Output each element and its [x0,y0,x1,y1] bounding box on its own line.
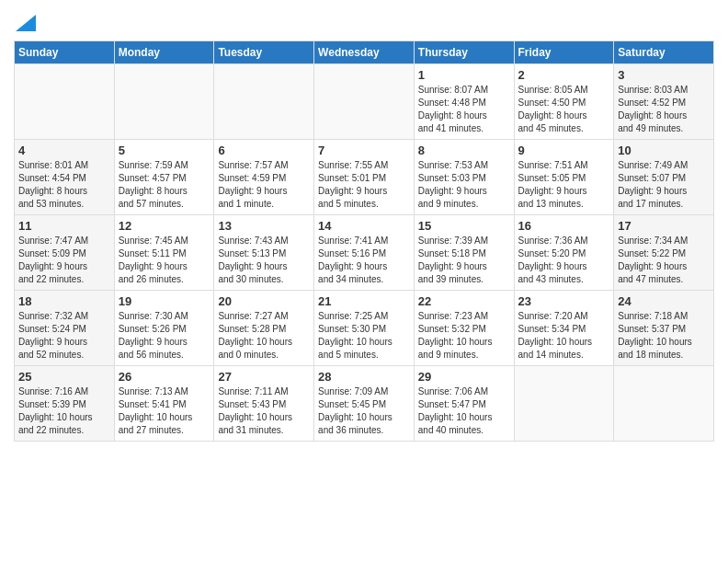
calendar-cell: 28Sunrise: 7:09 AMSunset: 5:45 PMDayligh… [314,366,415,442]
day-info: Sunrise: 7:41 AMSunset: 5:16 PMDaylight:… [318,235,410,286]
calendar-table: SundayMondayTuesdayWednesdayThursdayFrid… [14,40,714,442]
calendar-cell: 14Sunrise: 7:41 AMSunset: 5:16 PMDayligh… [314,215,415,291]
day-header-thursday: Thursday [414,41,514,64]
day-info: Sunrise: 7:16 AMSunset: 5:39 PMDaylight:… [18,385,110,437]
header [14,9,714,33]
day-info: Sunrise: 7:43 AMSunset: 5:13 PMDaylight:… [218,235,310,286]
calendar-cell: 27Sunrise: 7:11 AMSunset: 5:43 PMDayligh… [214,366,314,442]
calendar-header-row: SundayMondayTuesdayWednesdayThursdayFrid… [15,41,714,64]
calendar-week-2: 11Sunrise: 7:47 AMSunset: 5:09 PMDayligh… [15,215,714,291]
day-number: 11 [18,219,110,233]
calendar-cell [514,366,614,442]
day-header-monday: Monday [114,41,214,64]
day-header-saturday: Saturday [614,41,714,64]
day-info: Sunrise: 7:32 AMSunset: 5:24 PMDaylight:… [18,310,110,362]
calendar-cell: 10Sunrise: 7:49 AMSunset: 5:07 PMDayligh… [614,140,714,215]
calendar-cell: 19Sunrise: 7:30 AMSunset: 5:26 PMDayligh… [114,291,214,366]
day-number: 10 [618,144,710,157]
day-number: 22 [418,294,510,308]
svg-marker-0 [16,15,36,31]
calendar-cell [114,64,214,140]
calendar-cell: 24Sunrise: 7:18 AMSunset: 5:37 PMDayligh… [614,291,714,366]
calendar-cell: 7Sunrise: 7:55 AMSunset: 5:01 PMDaylight… [314,140,415,215]
day-info: Sunrise: 8:05 AMSunset: 4:50 PMDaylight:… [518,84,610,135]
calendar-week-3: 18Sunrise: 7:32 AMSunset: 5:24 PMDayligh… [15,291,714,366]
day-number: 2 [518,68,610,82]
calendar-cell [15,64,115,140]
day-number: 13 [218,219,310,233]
day-info: Sunrise: 7:36 AMSunset: 5:20 PMDaylight:… [518,235,610,286]
day-header-friday: Friday [514,41,614,64]
day-info: Sunrise: 7:20 AMSunset: 5:34 PMDaylight:… [518,310,610,362]
day-number: 28 [318,370,410,384]
calendar-cell: 9Sunrise: 7:51 AMSunset: 5:05 PMDaylight… [514,140,614,215]
day-number: 23 [518,294,610,308]
calendar-cell: 15Sunrise: 7:39 AMSunset: 5:18 PMDayligh… [414,215,514,291]
day-number: 29 [418,370,510,384]
calendar-cell: 23Sunrise: 7:20 AMSunset: 5:34 PMDayligh… [514,291,614,366]
day-number: 4 [18,144,110,157]
calendar-cell: 6Sunrise: 7:57 AMSunset: 4:59 PMDaylight… [214,140,314,215]
calendar-cell: 21Sunrise: 7:25 AMSunset: 5:30 PMDayligh… [314,291,415,366]
calendar-cell: 2Sunrise: 8:05 AMSunset: 4:50 PMDaylight… [514,64,614,140]
day-info: Sunrise: 7:53 AMSunset: 5:03 PMDaylight:… [418,159,510,211]
day-number: 19 [119,294,210,308]
calendar-cell: 4Sunrise: 8:01 AMSunset: 4:54 PMDaylight… [15,140,115,215]
day-info: Sunrise: 8:01 AMSunset: 4:54 PMDaylight:… [18,159,110,211]
day-number: 26 [119,370,210,384]
calendar-cell: 11Sunrise: 7:47 AMSunset: 5:09 PMDayligh… [15,215,115,291]
day-header-sunday: Sunday [15,41,115,64]
day-number: 5 [119,144,210,157]
calendar-week-4: 25Sunrise: 7:16 AMSunset: 5:39 PMDayligh… [15,366,714,442]
day-info: Sunrise: 7:09 AMSunset: 5:45 PMDaylight:… [318,385,410,437]
day-info: Sunrise: 7:11 AMSunset: 5:43 PMDaylight:… [218,385,310,437]
day-info: Sunrise: 7:23 AMSunset: 5:32 PMDaylight:… [418,310,510,362]
calendar-cell: 17Sunrise: 7:34 AMSunset: 5:22 PMDayligh… [614,215,714,291]
day-number: 9 [518,144,610,157]
day-number: 8 [418,144,510,157]
calendar-cell: 1Sunrise: 8:07 AMSunset: 4:48 PMDaylight… [414,64,514,140]
calendar-cell: 5Sunrise: 7:59 AMSunset: 4:57 PMDaylight… [114,140,214,215]
day-number: 18 [18,294,110,308]
calendar-cell: 16Sunrise: 7:36 AMSunset: 5:20 PMDayligh… [514,215,614,291]
day-number: 7 [318,144,410,157]
calendar-cell: 29Sunrise: 7:06 AMSunset: 5:47 PMDayligh… [414,366,514,442]
logo [14,15,36,33]
day-info: Sunrise: 7:18 AMSunset: 5:37 PMDaylight:… [618,310,710,362]
day-info: Sunrise: 7:30 AMSunset: 5:26 PMDaylight:… [119,310,210,362]
calendar-week-1: 4Sunrise: 8:01 AMSunset: 4:54 PMDaylight… [15,140,714,215]
day-number: 6 [218,144,310,157]
day-number: 20 [218,294,310,308]
calendar-cell: 22Sunrise: 7:23 AMSunset: 5:32 PMDayligh… [414,291,514,366]
day-info: Sunrise: 7:51 AMSunset: 5:05 PMDaylight:… [518,159,610,211]
day-info: Sunrise: 7:59 AMSunset: 4:57 PMDaylight:… [119,159,210,211]
day-info: Sunrise: 7:49 AMSunset: 5:07 PMDaylight:… [618,159,710,211]
day-number: 12 [119,219,210,233]
day-info: Sunrise: 7:13 AMSunset: 5:41 PMDaylight:… [119,385,210,437]
day-header-wednesday: Wednesday [314,41,415,64]
day-header-tuesday: Tuesday [214,41,314,64]
calendar-cell: 25Sunrise: 7:16 AMSunset: 5:39 PMDayligh… [15,366,115,442]
calendar-cell: 12Sunrise: 7:45 AMSunset: 5:11 PMDayligh… [114,215,214,291]
day-number: 3 [618,68,710,82]
logo-arrow-icon [16,15,36,31]
day-info: Sunrise: 7:57 AMSunset: 4:59 PMDaylight:… [218,159,310,211]
day-info: Sunrise: 7:25 AMSunset: 5:30 PMDaylight:… [318,310,410,362]
calendar-cell: 3Sunrise: 8:03 AMSunset: 4:52 PMDaylight… [614,64,714,140]
calendar-cell: 20Sunrise: 7:27 AMSunset: 5:28 PMDayligh… [214,291,314,366]
day-info: Sunrise: 7:34 AMSunset: 5:22 PMDaylight:… [618,235,710,286]
day-number: 24 [618,294,710,308]
day-number: 16 [518,219,610,233]
calendar-cell [614,366,714,442]
day-info: Sunrise: 7:55 AMSunset: 5:01 PMDaylight:… [318,159,410,211]
calendar-cell [314,64,415,140]
day-info: Sunrise: 7:06 AMSunset: 5:47 PMDaylight:… [418,385,510,437]
day-info: Sunrise: 7:27 AMSunset: 5:28 PMDaylight:… [218,310,310,362]
day-number: 15 [418,219,510,233]
day-number: 21 [318,294,410,308]
day-number: 1 [418,68,510,82]
calendar-cell: 13Sunrise: 7:43 AMSunset: 5:13 PMDayligh… [214,215,314,291]
day-number: 17 [618,219,710,233]
calendar-week-0: 1Sunrise: 8:07 AMSunset: 4:48 PMDaylight… [15,64,714,140]
day-info: Sunrise: 8:07 AMSunset: 4:48 PMDaylight:… [418,84,510,135]
